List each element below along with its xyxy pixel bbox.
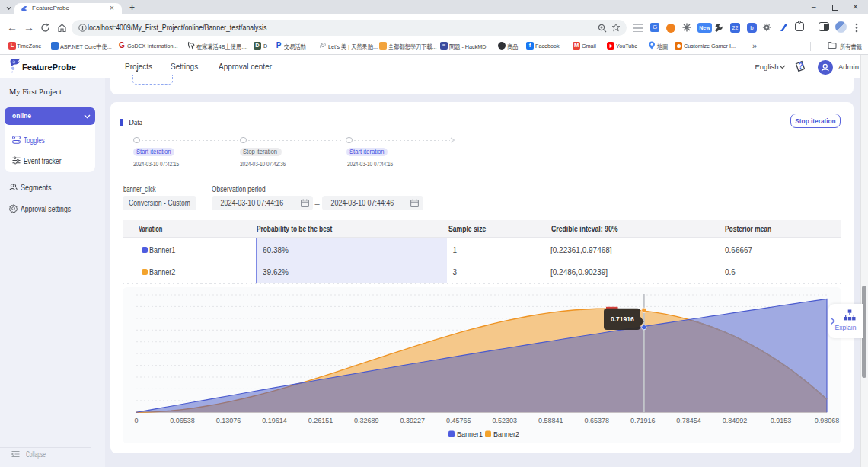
- svg-text:Banner1: Banner1: [457, 430, 483, 438]
- svg-text:0: 0: [134, 417, 138, 424]
- svg-text:0.06538: 0.06538: [170, 417, 195, 424]
- svg-text:0.71916: 0.71916: [630, 417, 656, 424]
- svg-text:0.71916: 0.71916: [611, 315, 634, 323]
- svg-text:0.98068: 0.98068: [815, 417, 840, 424]
- svg-text:0.45765: 0.45765: [446, 417, 471, 424]
- svg-text:?: ?: [798, 62, 803, 70]
- svg-text:0.19614: 0.19614: [262, 417, 287, 424]
- svg-text:0.84992: 0.84992: [723, 417, 748, 424]
- svg-text:0.9153: 0.9153: [771, 417, 792, 424]
- svg-text:Banner2: Banner2: [493, 430, 519, 438]
- svg-text:0.39227: 0.39227: [400, 417, 426, 424]
- svg-text:0.26151: 0.26151: [308, 417, 333, 424]
- svg-text:0.78454: 0.78454: [676, 417, 701, 424]
- svg-text:0.58841: 0.58841: [538, 417, 563, 424]
- svg-text:0.52303: 0.52303: [493, 417, 518, 424]
- svg-text:0.65378: 0.65378: [584, 417, 609, 424]
- svg-text:0.32689: 0.32689: [354, 417, 379, 424]
- svg-text:0.13076: 0.13076: [216, 417, 241, 424]
